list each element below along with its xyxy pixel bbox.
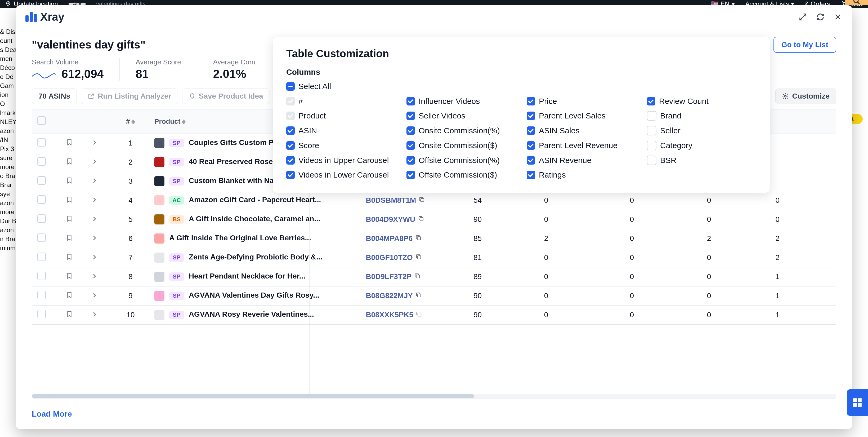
run-listing-analyzer-button[interactable]: Run Listing Analyzer [81, 89, 178, 104]
column-toggle[interactable]: Seller Videos [406, 111, 516, 121]
column-toggle[interactable]: Influencer Videos [406, 97, 516, 106]
expand-row-button[interactable] [92, 234, 97, 242]
expand-row-button[interactable] [92, 292, 97, 300]
checkbox-icon[interactable] [406, 156, 415, 165]
search-button[interactable] [845, 0, 868, 5]
asin-cell[interactable]: B08XXK5PK5 [361, 305, 452, 324]
checkbox-icon[interactable] [647, 111, 656, 121]
expand-row-button[interactable] [92, 196, 97, 204]
column-toggle[interactable]: ASIN Sales [527, 126, 636, 136]
save-product-idea-button[interactable]: Save Product Idea [182, 89, 270, 104]
copy-asin-button[interactable] [415, 292, 422, 298]
scrollbar-thumb[interactable] [32, 394, 474, 398]
checkbox-icon[interactable] [527, 156, 535, 165]
checkbox-icon[interactable] [527, 126, 535, 135]
copy-asin-button[interactable] [418, 196, 425, 203]
helium10-floating-button[interactable] [847, 389, 868, 416]
expand-row-button[interactable] [92, 253, 97, 262]
copy-asin-button[interactable] [416, 311, 422, 317]
select-all-checkbox[interactable] [37, 116, 46, 125]
column-toggle[interactable]: Videos in Upper Carousel [286, 155, 396, 165]
checkbox-icon[interactable] [406, 112, 415, 120]
checkbox-icon[interactable] [286, 156, 295, 165]
column-toggle[interactable]: Parent Level Revenue [527, 141, 636, 150]
asin-count-chip[interactable]: 70 ASINs [32, 89, 77, 104]
checkbox-icon[interactable] [647, 155, 656, 165]
checkbox-icon[interactable] [406, 97, 415, 106]
column-toggle[interactable]: ASIN [286, 126, 396, 136]
expand-row-button[interactable] [92, 158, 97, 166]
column-toggle[interactable]: Offsite Commission(%) [406, 155, 516, 165]
load-more-link[interactable]: Load More [32, 399, 836, 424]
column-toggle[interactable]: Videos in Lower Carousel [286, 170, 396, 179]
column-toggle[interactable]: Onsite Commission($) [406, 141, 516, 150]
product-cell[interactable]: SP AGVANA Rosy Reverie Valentines... [149, 305, 361, 324]
copy-asin-button[interactable] [418, 215, 424, 222]
checkbox-icon[interactable] [286, 112, 295, 120]
asin-cell[interactable]: B08G822MJY [361, 286, 452, 305]
row-checkbox[interactable] [37, 138, 46, 147]
product-cell[interactable]: AC Amazon eGift Card - Papercut Heart... [149, 191, 361, 210]
copy-asin-button[interactable] [415, 254, 422, 260]
checkbox-icon[interactable] [406, 171, 415, 179]
copy-asin-button[interactable] [414, 273, 421, 279]
copy-asin-button[interactable] [415, 235, 422, 241]
bookmark-button[interactable] [66, 196, 73, 205]
row-checkbox[interactable] [37, 195, 46, 204]
checkbox-icon[interactable] [286, 126, 295, 135]
asin-cell[interactable]: B004MPA8P6 [361, 229, 452, 248]
expand-row-button[interactable] [92, 177, 97, 185]
customize-button[interactable]: Customize [775, 89, 836, 104]
asin-cell[interactable]: B00GF10TZO [361, 248, 452, 267]
col-pct[interactable] [812, 110, 836, 134]
column-toggle[interactable]: ASIN Revenue [527, 155, 636, 165]
column-toggle[interactable]: Category [647, 141, 756, 150]
column-toggle[interactable]: Product [286, 111, 396, 121]
checkbox-icon[interactable] [527, 97, 535, 106]
bookmark-button[interactable] [66, 215, 73, 224]
bookmark-button[interactable] [66, 311, 73, 319]
checkbox-icon[interactable] [527, 141, 535, 150]
product-cell[interactable]: SP Zents Age-Defying Probiotic Body &... [149, 248, 361, 267]
search-category-all[interactable]: All ▾ [69, 3, 86, 5]
bookmark-button[interactable] [66, 158, 73, 167]
checkbox-icon[interactable] [286, 141, 295, 150]
row-checkbox[interactable] [37, 157, 46, 166]
checkbox-icon[interactable] [647, 141, 656, 150]
select-all-columns-checkbox[interactable] [286, 82, 295, 91]
go-to-my-list-button[interactable]: Go to My List [773, 37, 836, 53]
bookmark-button[interactable] [66, 235, 73, 243]
checkbox-icon[interactable] [647, 126, 656, 136]
expand-button[interactable] [798, 12, 808, 22]
asin-cell[interactable]: B0D9LF3T2P [361, 267, 452, 286]
product-cell[interactable]: A Gift Inside The Original Love Berries.… [149, 229, 361, 248]
column-toggle[interactable]: Offsite Commission($) [406, 170, 516, 179]
product-cell[interactable]: SP AGVANA Valentines Day Gifts Rosy... [149, 286, 361, 305]
bookmark-button[interactable] [66, 177, 73, 185]
checkbox-icon[interactable] [286, 171, 295, 179]
close-button[interactable] [833, 12, 843, 22]
column-toggle[interactable]: Parent Level Sales [527, 111, 636, 121]
bookmark-button[interactable] [66, 139, 73, 147]
product-cell[interactable]: BS A Gift Inside Chocolate, Caramel an..… [149, 210, 361, 229]
checkbox-icon[interactable] [527, 112, 535, 120]
bookmark-button[interactable] [66, 292, 73, 300]
bookmark-button[interactable] [66, 273, 73, 281]
column-toggle[interactable]: BSR [647, 155, 756, 165]
expand-row-button[interactable] [92, 215, 97, 224]
bookmark-button[interactable] [66, 254, 73, 262]
column-toggle[interactable]: Brand [647, 111, 756, 121]
asin-cell[interactable]: B0DSBM8T1M [361, 191, 452, 210]
asin-cell[interactable]: B004D9XYWU [361, 210, 452, 229]
column-toggle[interactable]: Seller [647, 126, 756, 136]
row-checkbox[interactable] [37, 272, 46, 280]
checkbox-icon[interactable] [527, 171, 535, 179]
row-checkbox[interactable] [37, 253, 46, 261]
row-checkbox[interactable] [37, 310, 46, 318]
checkbox-icon[interactable] [406, 126, 415, 135]
row-checkbox[interactable] [37, 291, 46, 299]
column-toggle[interactable]: Ratings [527, 170, 636, 179]
column-toggle[interactable]: Score [286, 141, 396, 150]
horizontal-scrollbar[interactable] [32, 394, 836, 399]
row-checkbox[interactable] [37, 233, 46, 242]
